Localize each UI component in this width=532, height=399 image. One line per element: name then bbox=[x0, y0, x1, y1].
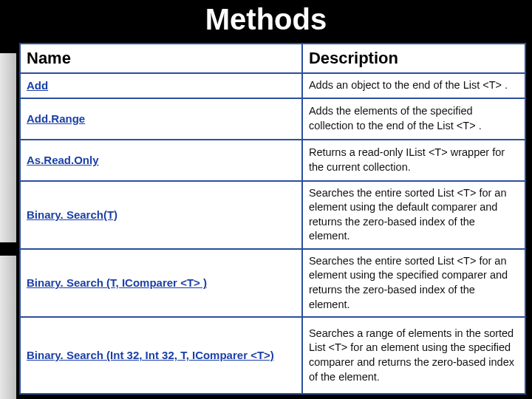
method-description: Searches the entire sorted List <T> for … bbox=[309, 186, 519, 244]
header-label: Name bbox=[27, 49, 71, 68]
method-desc-cell: Returns a read-only IList <T> wrapper fo… bbox=[303, 140, 525, 180]
slide: Methods Name Description Add Adds an obj… bbox=[0, 0, 532, 399]
method-name-cell: Add bbox=[21, 74, 303, 98]
table-row: Binary. Search (T, IComparer <T> ) Searc… bbox=[21, 250, 525, 318]
method-link[interactable]: Binary. Search(T) bbox=[27, 208, 117, 222]
method-desc-cell: Adds the elements of the specified colle… bbox=[303, 99, 525, 139]
method-link[interactable]: Add.Range bbox=[27, 112, 85, 126]
method-name-cell: As.Read.Only bbox=[21, 140, 303, 180]
method-desc-cell: Searches a range of elements in the sort… bbox=[303, 318, 525, 393]
header-label: Description bbox=[309, 49, 398, 68]
method-name-cell: Binary. Search(T) bbox=[21, 182, 303, 248]
method-name-cell: Binary. Search (T, IComparer <T> ) bbox=[21, 250, 303, 316]
left-decorative-strip bbox=[0, 43, 16, 399]
method-description: Returns a read-only IList <T> wrapper fo… bbox=[309, 146, 519, 174]
method-description: Adds an object to the end of the List <T… bbox=[309, 78, 508, 93]
method-name-cell: Add.Range bbox=[21, 99, 303, 139]
table-row: As.Read.Only Returns a read-only IList <… bbox=[21, 140, 525, 182]
method-desc-cell: Adds an object to the end of the List <T… bbox=[303, 74, 525, 98]
method-link[interactable]: Add bbox=[27, 78, 48, 93]
method-desc-cell: Searches the entire sorted List <T> for … bbox=[303, 250, 525, 316]
column-header-name: Name bbox=[21, 44, 303, 72]
strip-dark-segment bbox=[0, 43, 16, 53]
methods-table: Name Description Add Adds an object to t… bbox=[19, 43, 526, 395]
table-row: Binary. Search(T) Searches the entire so… bbox=[21, 182, 525, 250]
method-link[interactable]: Binary. Search (Int 32, Int 32, T, IComp… bbox=[27, 348, 274, 363]
table-row: Add Adds an object to the end of the Lis… bbox=[21, 74, 525, 99]
method-link[interactable]: Binary. Search (T, IComparer <T> ) bbox=[27, 276, 207, 290]
column-header-description: Description bbox=[303, 44, 525, 72]
method-description: Searches a range of elements in the sort… bbox=[309, 327, 519, 384]
table-row: Binary. Search (Int 32, Int 32, T, IComp… bbox=[21, 318, 525, 393]
table-header-row: Name Description bbox=[21, 44, 525, 74]
method-link[interactable]: As.Read.Only bbox=[27, 153, 99, 168]
page-title: Methods bbox=[0, 0, 532, 44]
method-desc-cell: Searches the entire sorted List <T> for … bbox=[303, 182, 525, 248]
strip-dark-segment bbox=[0, 242, 16, 256]
method-description: Adds the elements of the specified colle… bbox=[309, 104, 519, 133]
method-description: Searches the entire sorted List <T> for … bbox=[309, 254, 519, 312]
method-name-cell: Binary. Search (Int 32, Int 32, T, IComp… bbox=[21, 318, 303, 393]
table-row: Add.Range Adds the elements of the speci… bbox=[21, 99, 525, 140]
